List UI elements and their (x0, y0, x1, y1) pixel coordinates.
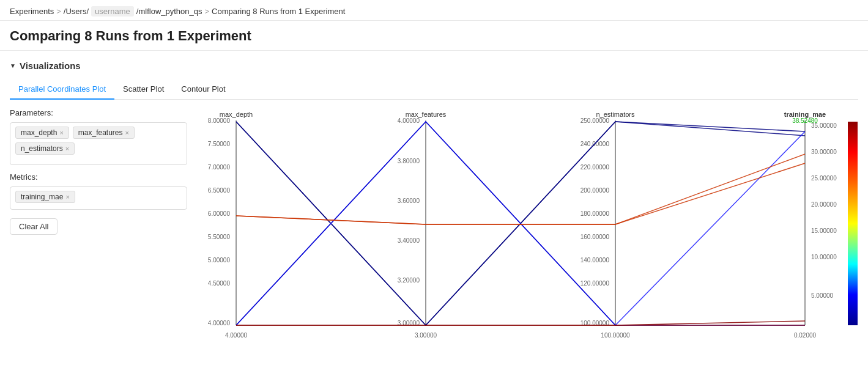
svg-text:8.00000: 8.00000 (208, 117, 231, 124)
tag-max-features-label: max_features (78, 128, 123, 137)
tab-parallel-coordinates[interactable]: Parallel Coordinates Plot (10, 79, 114, 100)
tag-n-estimators-label: n_estimators (21, 144, 63, 153)
breadcrumb-sep3: > (205, 7, 210, 16)
svg-text:15.00000: 15.00000 (811, 227, 837, 234)
svg-text:4.00000: 4.00000 (398, 117, 420, 124)
svg-text:180.00000: 180.00000 (581, 210, 610, 217)
svg-text:30.00000: 30.00000 (811, 149, 837, 155)
tag-max-depth-remove[interactable]: × (59, 129, 63, 136)
svg-text:20.00000: 20.00000 (811, 201, 837, 208)
svg-text:3.20000: 3.20000 (398, 277, 420, 284)
breadcrumb-users[interactable]: /Users/ (64, 7, 89, 16)
tag-training-mae: training_mae × (15, 191, 75, 203)
sidebar: Parameters: max_depth × max_features × n… (10, 108, 199, 348)
breadcrumb-current: Comparing 8 Runs from 1 Experiment (212, 7, 345, 16)
tag-max-depth-label: max_depth (21, 128, 57, 137)
metrics-tag-box: training_mae × (10, 186, 187, 210)
page-title: Comparing 8 Runs from 1 Experiment (0, 21, 868, 51)
svg-text:220.00000: 220.00000 (581, 164, 610, 171)
parallel-coordinates-chart: max_depth max_features n_estimators trai… (199, 108, 858, 347)
tab-contour-plot[interactable]: Contour Plot (172, 79, 234, 100)
metrics-label: Metrics: (10, 172, 187, 182)
svg-text:4.00000: 4.00000 (208, 320, 231, 326)
tag-max-depth: max_depth × (15, 127, 69, 139)
svg-text:7.50000: 7.50000 (208, 141, 231, 147)
svg-text:3.60000: 3.60000 (398, 197, 420, 204)
clear-all-button[interactable]: Clear All (10, 218, 57, 235)
section-title: Visualizations (20, 61, 81, 71)
svg-text:250.00000: 250.00000 (581, 117, 610, 124)
svg-text:100.00000: 100.00000 (601, 332, 630, 339)
tag-training-mae-remove[interactable]: × (65, 193, 69, 201)
tabs-bar: Parallel Coordinates Plot Scatter Plot C… (10, 79, 858, 100)
svg-text:160.00000: 160.00000 (581, 234, 610, 240)
svg-text:10.00000: 10.00000 (811, 254, 837, 260)
svg-text:6.00000: 6.00000 (208, 210, 231, 217)
svg-text:6.50000: 6.50000 (208, 187, 231, 194)
parameters-tag-box: max_depth × max_features × n_estimators … (10, 122, 187, 165)
svg-text:140.00000: 140.00000 (581, 257, 610, 264)
main-layout: Parameters: max_depth × max_features × n… (10, 108, 858, 348)
content: ▼ Visualizations Parallel Coordinates Pl… (0, 51, 868, 348)
parameters-label: Parameters: (10, 108, 187, 117)
svg-text:0.02000: 0.02000 (794, 332, 817, 339)
chart-area: max_depth max_features n_estimators trai… (199, 108, 858, 348)
tab-scatter-plot[interactable]: Scatter Plot (114, 79, 172, 100)
svg-text:5.00000: 5.00000 (208, 257, 231, 264)
svg-text:3.40000: 3.40000 (398, 237, 420, 244)
breadcrumb-experiments[interactable]: Experiments (10, 7, 54, 16)
svg-text:38.52480: 38.52480 (792, 117, 818, 124)
section-header[interactable]: ▼ Visualizations (10, 61, 858, 71)
svg-text:4.50000: 4.50000 (208, 280, 231, 287)
breadcrumb-username: username (91, 6, 134, 17)
svg-text:3.80000: 3.80000 (398, 158, 420, 164)
svg-text:25.00000: 25.00000 (811, 175, 837, 182)
svg-text:120.00000: 120.00000 (581, 280, 610, 287)
svg-text:4.00000: 4.00000 (225, 332, 248, 339)
svg-text:3.00000: 3.00000 (415, 332, 437, 339)
colorbar (848, 122, 858, 325)
svg-text:5.00000: 5.00000 (811, 292, 834, 299)
chevron-icon: ▼ (10, 62, 16, 69)
svg-text:200.00000: 200.00000 (581, 187, 610, 194)
visualizations-section: ▼ Visualizations Parallel Coordinates Pl… (10, 61, 858, 348)
svg-text:5.50000: 5.50000 (208, 234, 231, 240)
tag-max-features: max_features × (73, 127, 135, 139)
breadcrumb-sep1: > (56, 7, 61, 16)
tag-n-estimators: n_estimators × (15, 142, 75, 155)
tag-n-estimators-remove[interactable]: × (65, 145, 69, 152)
breadcrumb: Experiments > /Users/ username /mlflow_p… (0, 0, 868, 21)
tag-max-features-remove[interactable]: × (125, 129, 129, 136)
tag-training-mae-label: training_mae (21, 193, 63, 201)
breadcrumb-mlflow[interactable]: /mlflow_python_qs (136, 7, 202, 16)
svg-text:7.00000: 7.00000 (208, 164, 231, 171)
